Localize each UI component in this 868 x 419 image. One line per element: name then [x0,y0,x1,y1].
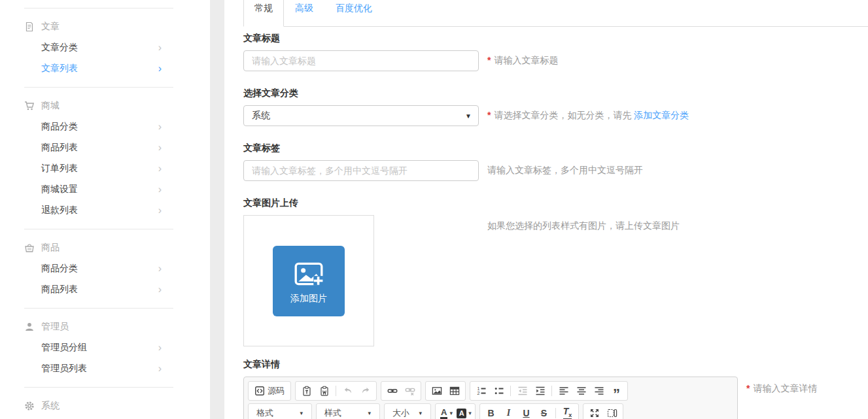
article-category-select[interactable]: 系统 ▼ [243,105,479,126]
sidebar-header-label: 管理员 [41,321,69,333]
insert-table-button[interactable] [445,382,463,399]
maximize-button[interactable] [585,405,603,419]
strikethrough-button[interactable]: S [535,405,553,419]
sidebar-header-article[interactable]: 文章 [0,16,210,37]
undo-button[interactable] [339,382,356,399]
format-dropdown[interactable]: 格式 ▾ [251,404,309,419]
sidebar-item-mall-settings[interactable]: 商城设置 › [0,179,210,200]
svg-text:2: 2 [477,391,479,395]
sidebar-item-refund-list[interactable]: 退款列表 › [0,200,210,221]
source-code-button[interactable]: 源码 [251,382,288,399]
sidebar-item-product-list[interactable]: 商品列表 › [0,137,210,158]
outdent-button[interactable] [513,382,531,399]
ordered-list-button[interactable]: 12 [472,382,490,399]
image-plus-icon [292,258,325,290]
sidebar-item-basic-info[interactable]: 基本信息 › [0,416,210,419]
background-color-icon: A [457,409,466,418]
sidebar-item-goods-category[interactable]: 商品分类 › [0,258,210,279]
sidebar-item-label: 商品列表 [41,142,78,154]
align-center-button[interactable] [572,382,590,399]
main-content: 常规 高级 百度优化 文章标题 *请输入文章标题 选择文章分类 [224,0,868,419]
unlink-icon [405,386,415,396]
admin-page: 文章 文章分类 › 文章列表 › 商城 商品分类 › [0,0,868,419]
sidebar-header-label: 系统 [41,400,60,412]
sidebar-item-label: 文章分类 [41,42,78,54]
redo-button[interactable] [356,382,374,399]
text-color-button[interactable]: A ▾ [438,405,455,419]
sidebar-item-admin-group[interactable]: 管理员分组 › [0,337,210,358]
article-icon [24,22,35,32]
sidebar-item-product-category[interactable]: 商品分类 › [0,116,210,137]
align-left-button[interactable] [555,382,572,399]
toolbar-separator [551,386,552,396]
bold-button[interactable]: B [482,405,500,419]
tab-advanced[interactable]: 高级 [284,0,324,27]
article-tags-input[interactable] [243,160,479,181]
sidebar-section-goods: 商品 商品分类 › 商品列表 › [0,229,210,308]
article-title-input[interactable] [243,50,479,71]
insert-table-icon [449,386,460,396]
sidebar-item-goods-list[interactable]: 商品列表 › [0,279,210,300]
tab-baidu-seo[interactable]: 百度优化 [324,0,383,27]
sidebar-item-article-category[interactable]: 文章分类 › [0,37,210,58]
sidebar-header-admin[interactable]: 管理员 [0,316,210,337]
styles-dropdown[interactable]: 样式 ▾ [319,404,377,419]
underline-button[interactable]: U [517,405,535,419]
field-label: 文章标签 [243,142,868,154]
remove-format-button[interactable]: Tx [559,405,576,419]
image-upload-dropzone[interactable]: 添加图片 [243,215,374,346]
chevron-right-icon: › [158,205,162,216]
select-caret-icon: ▼ [465,112,472,120]
chevron-right-icon: › [158,284,162,295]
chevron-right-icon: › [158,263,162,274]
sidebar-header-system[interactable]: 系统 [0,395,210,416]
add-category-link[interactable]: 添加文章分类 [634,110,689,120]
align-right-button[interactable] [590,382,608,399]
selected-option: 系统 [252,110,270,122]
caret-down-icon: ▾ [300,410,303,416]
sidebar-header-mall[interactable]: 商城 [0,95,210,116]
sidebar-item-label: 文章列表 [41,63,78,75]
font-size-dropdown[interactable]: 大小 ▾ [387,404,428,419]
caret-down-icon: ▾ [368,410,371,416]
sidebar-header-goods[interactable]: 商品 [0,237,210,258]
admin-icon [24,322,35,332]
bulleted-list-icon [494,386,504,396]
show-blocks-button[interactable] [603,405,621,419]
field-label: 文章标题 [243,33,868,44]
sidebar-item-article-list[interactable]: 文章列表 › [0,58,210,79]
bulleted-list-button[interactable] [490,382,508,399]
indent-button[interactable] [531,382,549,399]
caret-down-icon: ▾ [468,410,472,416]
background-color-button[interactable]: A ▾ [455,405,473,419]
sidebar-item-order-list[interactable]: 订单列表 › [0,158,210,179]
chevron-right-icon: › [158,142,162,153]
link-icon [387,386,398,396]
tab-general[interactable]: 常规 [243,0,284,27]
undo-icon [343,386,353,396]
sidebar-item-label: 管理员分组 [41,342,87,354]
insert-image-button[interactable] [428,382,445,399]
svg-text:1: 1 [477,386,479,391]
field-hint: 如果您选择的列表样式有图片，请上传文章图片 [487,220,680,232]
unlink-button[interactable] [401,382,419,399]
sidebar-item-admin-list[interactable]: 管理员列表 › [0,358,210,379]
sidebar: 文章 文章分类 › 文章列表 › 商城 商品分类 › [0,0,210,419]
field-hint: *请选择文章分类，如无分类，请先 添加文章分类 [487,110,689,122]
layout-gutter [210,0,224,419]
text-color-icon: A [440,408,447,419]
field-label: 文章图片上传 [243,197,868,209]
field-hint: *请输入文章标题 [487,55,558,67]
sidebar-item-label: 商品分类 [41,121,78,133]
chevron-right-icon: › [158,63,162,74]
chevron-right-icon: › [158,42,162,53]
add-image-button[interactable]: 添加图片 [273,246,345,316]
field-article-content: 文章详情 源码 [243,359,868,419]
italic-button[interactable]: I [500,405,517,419]
link-button[interactable] [383,382,401,399]
sidebar-item-label: 订单列表 [41,163,78,175]
paste-from-word-button[interactable] [315,382,333,399]
blockquote-button[interactable]: ” [608,382,625,399]
paste-as-text-button[interactable] [298,382,315,399]
paste-word-icon [319,386,330,396]
